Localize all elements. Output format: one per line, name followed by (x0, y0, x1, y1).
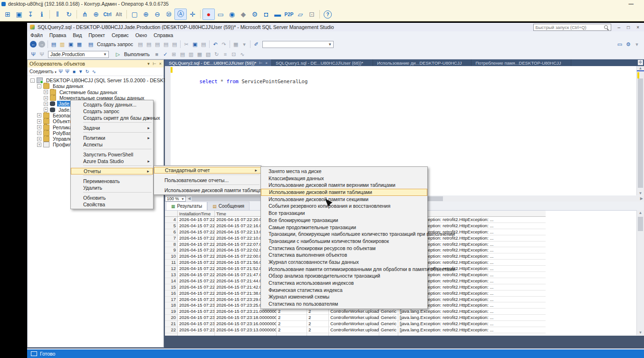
toolbar-icon[interactable] (48, 40, 48, 48)
disconnect-icon[interactable]: Ψ (38, 50, 46, 58)
row-number-cell[interactable]: 22 (165, 327, 178, 333)
cell-installation-time[interactable]: 2026-04-15 07:22:00 (178, 278, 215, 284)
menu-item-standard-reports[interactable]: Стандартный отчет (154, 167, 261, 174)
scroll-down-icon[interactable]: ▼ (637, 191, 644, 195)
new-xmla-query-icon[interactable]: ▤ (162, 40, 170, 48)
menu-item-new-query[interactable]: Создать запрос (71, 108, 153, 115)
menu-item-reports[interactable]: Отчеты (71, 168, 153, 174)
expand-toggle-icon[interactable]: - (30, 78, 35, 83)
expand-toggle-icon[interactable]: + (44, 102, 48, 106)
pin-icon[interactable]: ⊥ (259, 61, 263, 65)
menubar-item[interactable]: Правка (46, 32, 69, 38)
menu-item[interactable]: Использование дисковой памяти верхними т… (261, 182, 427, 189)
cell-source[interactable]: ControllerWorker.uploadLogs (329, 321, 379, 327)
tab-messages[interactable]: ▤ Сообщения (207, 202, 250, 210)
table-row[interactable] (165, 333, 644, 336)
toolbar-icon[interactable] (209, 40, 210, 48)
expand-toggle-icon[interactable]: + (37, 131, 41, 135)
cell-installation-time[interactable]: 2026-04-15 07:22:00 (178, 260, 215, 266)
zoom-in-icon[interactable]: ⊕ (140, 9, 152, 19)
menubar-item[interactable]: Сервис (108, 32, 132, 38)
menu-item-delete[interactable]: Удалить (71, 184, 153, 191)
close-button[interactable]: × (636, 25, 639, 30)
ctrl-key-button[interactable]: Ctrl (102, 9, 113, 19)
cell-value[interactable]: 2 (307, 327, 329, 333)
redo-icon[interactable]: ↷ (220, 40, 228, 48)
cell-error-text[interactable]: [java.lang.Exception: retrofit2.HttpExce… (398, 321, 546, 327)
results-file-icon[interactable]: ▥ (187, 50, 195, 58)
cell-installation-time[interactable]: 2026-04-15 07:23:00 (178, 297, 215, 303)
menubar-item[interactable]: Файл (27, 32, 46, 38)
cell-installation-time[interactable]: 2026-04-15 07:23:00 (178, 321, 215, 327)
row-number-cell[interactable]: 19 (165, 309, 178, 315)
cell-installation-time[interactable]: 2026-04-15 07:22:00 (178, 253, 215, 260)
menu-item[interactable]: Все транзакции (261, 210, 427, 217)
editor-splitter-grip[interactable]: ✛ (638, 60, 643, 65)
toolbar-icon[interactable] (180, 40, 181, 48)
results-grid-icon[interactable]: ⊞ (170, 50, 178, 58)
toolbar-icon[interactable] (250, 40, 250, 48)
scrollbar-thumb[interactable] (638, 217, 643, 231)
cell-error-text[interactable]: [java.lang.Exception: retrofit2.HttpExce… (398, 309, 546, 315)
cut-icon[interactable]: ✂ (182, 40, 191, 48)
menu-item[interactable]: Журнал изменений схемы (261, 293, 427, 300)
copy-icon[interactable]: ▣ (191, 40, 199, 48)
cell-source[interactable]: ControllerWorker.uploadLogs (329, 327, 379, 333)
pin-icon[interactable]: ⊥ (152, 62, 157, 66)
settings-icon[interactable]: ⚙ (249, 9, 260, 19)
refresh-icon[interactable]: ↻ (212, 50, 221, 58)
cell-installation-time[interactable]: 2026-04-15 07:23:00 (178, 327, 215, 333)
row-number-cell[interactable]: 10 (165, 253, 178, 260)
paste-icon[interactable]: ▤ (199, 40, 208, 48)
overflow-icon[interactable]: ▾ (633, 40, 641, 48)
cell-category[interactable]: Generic (379, 315, 398, 321)
menubar-item[interactable]: Вид (69, 32, 85, 38)
scroll-up-icon[interactable]: ▲ (637, 211, 644, 215)
stop-icon[interactable]: ■ (71, 69, 77, 74)
menu-item-script-database[interactable]: Создать скрипт для базы данных (71, 115, 153, 121)
connect-button[interactable]: Соединить ▾ (29, 69, 57, 74)
registered-servers-icon[interactable]: ▭ (615, 40, 624, 48)
cell-installation-time[interactable]: 2026-04-15 07:22:00 (178, 290, 215, 297)
refresh-icon[interactable]: ↻ (63, 9, 75, 19)
export-icon[interactable]: ↧ (25, 9, 36, 19)
cell-value[interactable] (277, 333, 307, 336)
column-header[interactable]: InstallationTime (178, 211, 215, 217)
toolbar-icon[interactable] (230, 40, 230, 48)
document-tab[interactable]: SQLQuery1.sql - DE...U80HCJJ\User (68))* (272, 59, 373, 66)
database-combo[interactable]: Jade.Production ▼ (48, 51, 109, 58)
tree-item[interactable]: + Системные базы данных (28, 89, 163, 95)
new-mdx-query-icon[interactable]: ▤ (144, 40, 153, 48)
add-icon[interactable]: ⊕ (90, 9, 102, 19)
row-number-cell[interactable]: 18 (165, 302, 178, 309)
cell-installation-time[interactable] (178, 333, 215, 336)
plan-icon[interactable]: ∿ (238, 50, 247, 58)
menu-item-refresh[interactable]: Обновить (71, 194, 153, 201)
cell-category[interactable]: Generic (379, 327, 398, 333)
tree-item[interactable]: - Базы данных (28, 83, 163, 89)
scroll-right-icon[interactable]: ▶ (640, 196, 643, 202)
cell-installation-time[interactable]: 2026-04-15 07:22:00 (178, 223, 215, 229)
cell-source[interactable] (329, 333, 379, 336)
cell-time[interactable]: 2026-04-15 07:23:13.0000000 +00:00 (215, 327, 277, 333)
row-number-cell[interactable]: 17 (165, 297, 178, 303)
activity-icon[interactable]: ∿ (91, 69, 97, 74)
cell-source[interactable]: ControllerWorker.uploadLogs (329, 315, 379, 321)
scrollbar-thumb[interactable] (638, 78, 643, 188)
indent-icon[interactable]: ⊡ (230, 50, 238, 58)
tree-item[interactable]: - DESKTOP-U80HCJJ (SQL Server 15.0.2000 … (28, 77, 163, 83)
column-header[interactable] (165, 211, 178, 217)
cell-value[interactable]: 2 (277, 321, 307, 327)
scroll-down-icon[interactable]: ▼ (637, 330, 644, 335)
document-tab[interactable]: SQLQuery2.sql - DE...U80HCJJ\User (59))*… (165, 59, 272, 66)
activity-monitor-icon[interactable]: ▦ (231, 40, 240, 48)
menu-item[interactable]: Физическая статистика индекса (261, 287, 427, 294)
misc-icon[interactable]: ⊡ (306, 9, 317, 19)
menu-item[interactable]: Транзакции, блокирующие наибольшее колич… (261, 231, 427, 238)
cell-installation-time[interactable]: 2026-04-15 07:23:00 (178, 315, 215, 321)
fullscreen-icon[interactable]: ✛ (187, 9, 198, 19)
record-icon[interactable]: ● (202, 9, 215, 20)
find-combo[interactable]: ▼ (262, 41, 334, 48)
cell-installation-time[interactable]: 2026-04-15 07:22:00 (178, 272, 215, 278)
expand-toggle-icon[interactable]: + (37, 143, 41, 147)
